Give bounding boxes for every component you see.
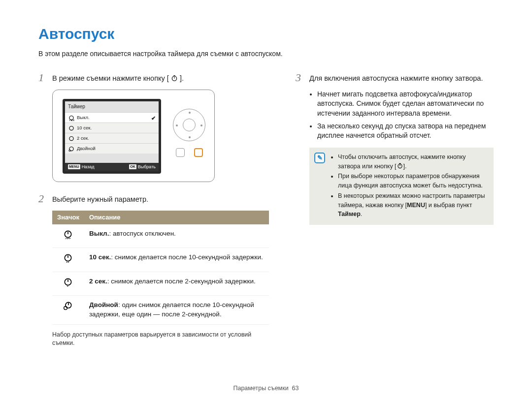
step-1-text-a: В режиме съемки нажмите кнопку [	[52, 74, 169, 82]
timer-10s-icon	[68, 124, 75, 131]
svg-point-4	[69, 136, 73, 140]
menu-item-2s: 2 сек.	[65, 133, 159, 143]
small-button-1	[176, 148, 185, 157]
under-table-note: Набор доступных параметров варьируется в…	[52, 331, 269, 348]
svg-point-5	[69, 147, 73, 151]
right-column: 3 Для включения автоспуска нажмите кнопк…	[296, 72, 494, 348]
svg-point-14	[64, 306, 67, 309]
svg-text:OFF: OFF	[66, 238, 71, 239]
dpad	[173, 109, 205, 141]
timer-double-icon	[68, 145, 75, 152]
row-2s-icon: 2	[52, 272, 84, 295]
table-row: 10 10 сек.: снимок делается после 10-сек…	[52, 248, 269, 272]
step-3-text: Для включения автоспуска нажмите кнопку …	[309, 72, 483, 84]
timer-off-icon: OFF	[68, 114, 75, 121]
row-double-desc: Двойной: один снимок делается после 10-с…	[84, 295, 269, 324]
svg-text:OFF: OFF	[69, 119, 75, 121]
step-1-number: 1	[38, 72, 52, 84]
screen-bottom-bar: MENU Назад OK Выбрать	[65, 163, 159, 171]
info-icon: ✎	[314, 153, 325, 163]
footer-page-number: 63	[292, 385, 299, 392]
timer-icon	[171, 74, 180, 82]
step-2: 2 Выберите нужный параметр.	[38, 193, 269, 205]
menu-item-10s: 10 сек.	[65, 123, 159, 133]
step-3: 3 Для включения автоспуска нажмите кнопк…	[296, 72, 494, 84]
table-row: 2 2 сек.: снимок делается после 2-секунд…	[52, 272, 269, 295]
step-1-text: В режиме съемки нажмите кнопку [ ].	[52, 72, 184, 84]
ok-hint: OK Выбрать	[126, 164, 159, 170]
step-3-sublist: Начнет мигать подсветка автофокуса/индик…	[309, 90, 494, 141]
two-column-layout: 1 В режиме съемки нажмите кнопку [ ]. Та…	[38, 72, 494, 348]
row-10s-desc: 10 сек.: снимок делается после 10-секунд…	[84, 248, 269, 272]
table-row: OFF Выкл.: автоспуск отключен.	[52, 224, 269, 248]
small-buttons-row	[171, 148, 207, 157]
info-item-3: В некоторых режимах можно настроить пара…	[338, 191, 488, 219]
info-item-2: При выборе некоторых параметров обнаруже…	[338, 172, 488, 190]
ok-key-badge: OK	[129, 164, 136, 169]
options-table: Значок Описание OFF Выкл.: автоспуск отк…	[52, 211, 269, 325]
page-footer: Параметры съемки 63	[0, 384, 532, 393]
th-icon: Значок	[52, 211, 84, 224]
row-double-icon	[52, 295, 84, 324]
screen-menu-title: Таймер	[65, 101, 159, 112]
menu-item-off: OFF Выкл. ✔	[65, 112, 159, 123]
svg-point-3	[69, 126, 73, 130]
camera-screen: Таймер OFF Выкл. ✔ 10 сек.	[63, 99, 161, 174]
ok-label: Выбрать	[138, 164, 156, 170]
left-column: 1 В режиме съемки нажмите кнопку [ ]. Та…	[38, 72, 269, 348]
menu-key-badge: MENU	[68, 164, 80, 169]
th-desc: Описание	[84, 211, 269, 224]
info-list: Чтобы отключить автоспуск, нажмите кнопк…	[338, 153, 488, 220]
svg-point-0	[172, 76, 176, 81]
info-box: ✎ Чтобы отключить автоспуск, нажмите кно…	[309, 148, 494, 225]
footer-section: Параметры съемки	[233, 385, 288, 392]
svg-text:10: 10	[66, 261, 69, 263]
check-icon: ✔	[151, 115, 156, 122]
list-item: За несколько секунд до спуска затвора на…	[317, 122, 494, 141]
row-10s-icon: 10	[52, 248, 84, 272]
camera-body: Таймер OFF Выкл. ✔ 10 сек.	[52, 90, 215, 182]
menu-item-off-label: Выкл.	[77, 114, 90, 121]
table-header-row: Значок Описание	[52, 211, 269, 224]
step-2-text: Выберите нужный параметр.	[52, 193, 148, 205]
row-off-icon: OFF	[52, 224, 84, 248]
menu-item-10s-label: 10 сек.	[77, 124, 92, 131]
row-off-desc: Выкл.: автоспуск отключен.	[84, 224, 269, 248]
back-label: Назад	[82, 164, 95, 170]
intro-text: В этом разделе описывается настройка тай…	[38, 49, 494, 59]
small-button-2-highlighted	[194, 148, 203, 157]
camera-illustration: Таймер OFF Выкл. ✔ 10 сек.	[52, 90, 215, 182]
table-row: Двойной: один снимок делается после 10-с…	[52, 295, 269, 324]
timer-2s-icon	[68, 135, 75, 142]
page-title: Автоспуск	[38, 24, 494, 44]
step-2-number: 2	[38, 193, 52, 205]
menu-key-text: MENU	[407, 202, 425, 209]
list-item: Начнет мигать подсветка автофокуса/индик…	[317, 90, 494, 119]
menu-item-double: Двойной	[65, 143, 159, 154]
info-item-1: Чтобы отключить автоспуск, нажмите кнопк…	[338, 153, 488, 171]
menu-item-2s-label: 2 сек.	[77, 135, 89, 141]
timer-icon	[397, 163, 403, 170]
step-3-number: 3	[296, 72, 309, 84]
row-2s-desc: 2 сек.: снимок делается после 2-секундно…	[84, 272, 269, 295]
menu-item-double-label: Двойной	[77, 145, 96, 152]
step-1: 1 В режиме съемки нажмите кнопку [ ].	[38, 72, 269, 84]
step-1-text-b: ].	[180, 74, 184, 82]
back-hint: MENU Назад	[65, 164, 126, 170]
camera-controls	[171, 109, 207, 157]
